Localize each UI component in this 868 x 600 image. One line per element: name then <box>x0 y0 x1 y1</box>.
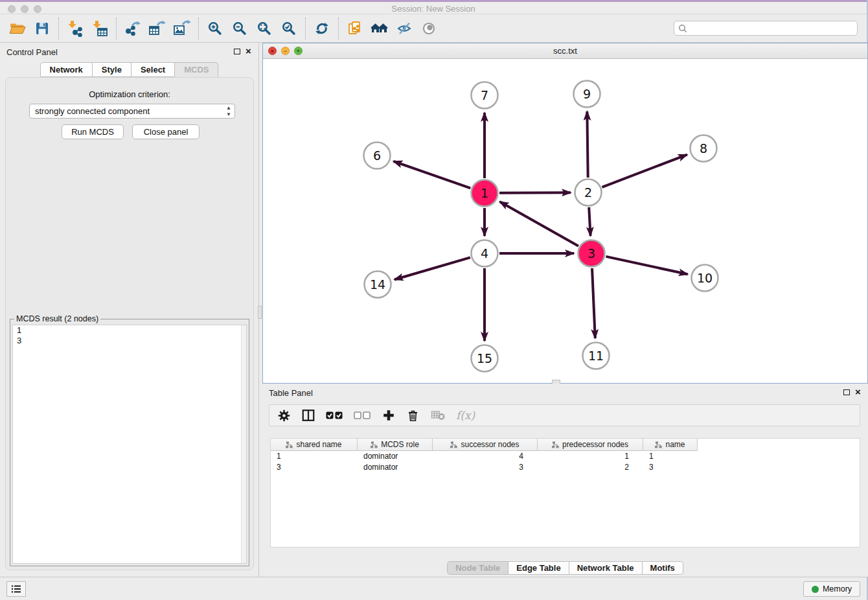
column-header-predecessor-nodes[interactable]: predecessor nodes <box>538 439 643 451</box>
graph-node-10[interactable]: 10 <box>692 265 718 292</box>
network-canvas[interactable]: 1234678910111415 <box>263 59 867 383</box>
tab-select[interactable]: Select <box>131 62 175 77</box>
graph-node-15[interactable]: 15 <box>472 345 498 372</box>
horizontal-split-handle[interactable] <box>258 306 262 319</box>
graph-edge-1-6[interactable] <box>393 161 470 189</box>
float-table-panel-icon[interactable] <box>843 389 850 395</box>
import-table-button[interactable] <box>87 17 112 40</box>
tab-network[interactable]: Network <box>40 62 93 77</box>
homes-icon <box>371 21 389 36</box>
column-header-shared-name[interactable]: shared name <box>271 439 358 451</box>
column-header-successor-nodes[interactable]: successor nodes <box>433 439 538 451</box>
zoom-selected-button[interactable] <box>277 17 301 40</box>
graph-node-1[interactable]: 1 <box>472 180 498 207</box>
deselect-all-columns-button[interactable] <box>354 407 371 424</box>
graph-edge-1-2[interactable] <box>499 192 571 193</box>
toolbar-separator <box>198 17 199 40</box>
memory-button[interactable]: Memory <box>803 581 860 597</box>
tab-edge-table[interactable]: Edge Table <box>508 561 569 575</box>
column-header-MCDS-role[interactable]: MCDS role <box>358 439 433 451</box>
graph-edge-2-9[interactable] <box>587 111 588 178</box>
control-panel-tabs: NetworkStyleSelectMCDS <box>0 62 258 77</box>
show-graphics-details-button[interactable] <box>417 17 441 40</box>
task-history-button[interactable] <box>6 581 26 597</box>
zoom-fit-button[interactable] <box>252 17 277 40</box>
graph-node-label: 8 <box>700 141 707 156</box>
tab-network-table[interactable]: Network Table <box>569 561 643 575</box>
table-toolbar: f(x) <box>269 404 860 426</box>
graph-node-7[interactable]: 7 <box>472 82 498 109</box>
zoom-out-button[interactable] <box>227 17 252 40</box>
graph-edge-4-14[interactable] <box>394 257 470 279</box>
export-network-button[interactable] <box>120 17 145 40</box>
graph-node-11[interactable]: 11 <box>583 343 610 369</box>
function-builder-button[interactable]: f(x) <box>456 407 475 424</box>
clone-network-button[interactable] <box>343 17 367 40</box>
delete-column-button[interactable] <box>406 407 420 424</box>
tab-style[interactable]: Style <box>93 62 131 77</box>
close-panel-button[interactable]: Close panel <box>132 124 200 139</box>
table-panel-tabs: Node TableEdge TableNetwork TableMotifs <box>262 561 868 575</box>
mcds-result-line: 3 <box>13 336 246 346</box>
control-panel: Control Panel × NetworkStyleSelectMCDS O… <box>0 43 259 577</box>
table-panel-header: Table Panel × <box>262 384 868 402</box>
graph-node-label: 6 <box>373 148 381 163</box>
graph-node-8[interactable]: 8 <box>691 135 717 162</box>
table-cell: dominator <box>358 451 433 461</box>
graph-node-label: 4 <box>481 246 488 260</box>
export-table-button[interactable] <box>145 17 170 40</box>
control-panel-title: Control Panel <box>6 47 58 57</box>
run-mcds-button[interactable]: Run MCDS <box>62 124 124 139</box>
export-image-button[interactable] <box>170 17 194 40</box>
table-cell: 3 <box>433 462 538 472</box>
zoom-in-button[interactable] <box>203 17 227 40</box>
create-column-button[interactable] <box>382 407 396 424</box>
search-input[interactable] <box>690 24 853 33</box>
open-session-button[interactable] <box>5 17 30 40</box>
list-icon <box>11 584 21 594</box>
mcds-result-title: MCDS result (2 nodes) <box>14 314 100 323</box>
float-panel-icon[interactable] <box>234 49 240 54</box>
mcds-result-text-area[interactable]: 13 <box>12 325 247 564</box>
table-row[interactable]: 1dominator411 <box>271 451 698 461</box>
graph-edge-3-1[interactable] <box>500 202 578 246</box>
tab-mcds[interactable]: MCDS <box>175 62 218 77</box>
graph-edge-3-10[interactable] <box>606 257 687 274</box>
delete-table-button[interactable] <box>430 407 446 424</box>
first-neighbors-button[interactable] <box>367 17 392 40</box>
graph-node-2[interactable]: 2 <box>575 179 602 206</box>
graph-node-14[interactable]: 14 <box>365 271 391 298</box>
export-network-icon <box>124 20 141 37</box>
refresh-button[interactable] <box>310 17 334 40</box>
memory-status-icon <box>812 586 819 593</box>
optimization-criterion-select[interactable]: strongly connected component ▲▼ <box>29 104 235 119</box>
graph-node-label: 11 <box>588 349 604 363</box>
hide-graphics-details-button[interactable] <box>392 17 417 40</box>
column-header-name[interactable]: name <box>643 439 698 451</box>
graph-edge-2-8[interactable] <box>602 155 687 187</box>
import-network-button[interactable] <box>63 17 87 40</box>
graph-node-6[interactable]: 6 <box>364 143 391 169</box>
tab-node-table[interactable]: Node Table <box>447 561 508 575</box>
graph-edge-2-3[interactable] <box>589 207 590 236</box>
close-panel-icon[interactable]: × <box>246 45 251 56</box>
table-row[interactable]: 3dominator323 <box>271 462 698 472</box>
result-scrollbar[interactable] <box>241 325 246 563</box>
network-window-titlebar: × − + scc.txt <box>263 43 867 59</box>
graph-node-9[interactable]: 9 <box>574 81 600 108</box>
tab-motifs[interactable]: Motifs <box>643 561 683 575</box>
graph-node-3[interactable]: 3 <box>578 240 605 267</box>
table-settings-button[interactable] <box>277 407 291 424</box>
graph-edge-3-11[interactable] <box>592 268 595 338</box>
close-table-panel-icon[interactable]: × <box>855 386 861 397</box>
node-table: shared nameMCDS rolesuccessor nodesprede… <box>270 438 860 548</box>
graph-node-4[interactable]: 4 <box>472 240 498 267</box>
save-session-button[interactable] <box>30 17 54 40</box>
network-graph: 1234678910111415 <box>263 59 867 383</box>
table-cell: 3 <box>271 462 358 472</box>
graph-node-label: 7 <box>481 88 488 102</box>
search-icon <box>678 24 687 33</box>
search-field[interactable] <box>674 21 858 36</box>
select-all-columns-button[interactable] <box>326 407 343 424</box>
show-column-panel-button[interactable] <box>301 407 315 424</box>
